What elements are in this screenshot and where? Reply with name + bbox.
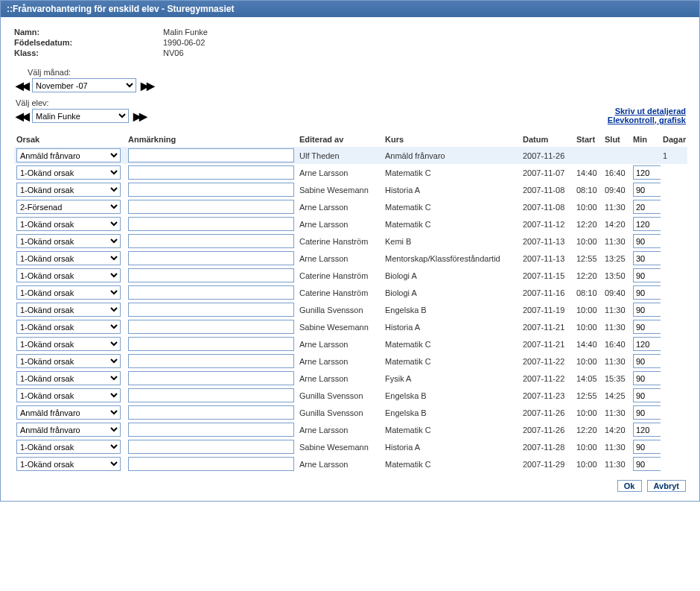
min-input[interactable] [633,268,661,282]
cause-select[interactable]: Anmäld frånvaro [16,423,121,437]
col-course: Kurs [383,132,521,147]
date-cell: 2007-11-07 [521,164,574,181]
cause-select[interactable]: 1-Okänd orsak [16,371,121,385]
date-cell: 2007-11-19 [521,301,574,318]
date-cell: 2007-11-22 [521,370,574,387]
date-cell: 2007-11-26 [521,421,574,438]
note-input[interactable] [128,423,294,437]
min-input[interactable] [633,183,661,197]
col-min: Min [631,132,661,147]
cause-select[interactable]: 1-Okänd orsak [16,354,121,368]
editor-cell: Ulf Theden [297,147,383,164]
start-cell [574,147,602,164]
min-input[interactable] [633,440,661,454]
editor-cell: Caterine Hanström [297,284,383,301]
cause-select[interactable]: Anmäld frånvaro [16,148,121,162]
date-cell: 2007-11-21 [521,318,574,335]
cause-select[interactable]: 1-Okänd orsak [16,303,121,317]
cause-select[interactable]: 1-Okänd orsak [16,217,121,231]
content: Namn: Malin Funke Födelsedatum: 1990-06-… [1,17,699,501]
note-input[interactable] [128,285,294,300]
min-input[interactable] [633,337,661,351]
note-input[interactable] [128,405,294,420]
note-input[interactable] [128,440,294,454]
min-input[interactable] [633,388,661,402]
month-next-icon[interactable]: ▶▶ [139,80,154,92]
table-row: 1-Okänd orsakArne LarssonMatematik C2007… [14,353,687,370]
ok-button[interactable]: Ok [617,480,642,492]
editor-cell: Arne Larsson [297,198,383,215]
editor-cell: Arne Larsson [297,164,383,181]
note-input[interactable] [128,303,294,317]
cancel-button[interactable]: Avbryt [647,480,686,492]
class-value: NV06 [163,48,686,57]
days-cell [661,215,687,233]
cause-select[interactable]: Anmäld frånvaro [16,405,121,420]
date-cell: 2007-11-12 [521,215,574,233]
days-cell [661,421,687,438]
course-cell: Historia A [383,181,521,198]
min-input[interactable] [633,165,661,180]
min-input[interactable] [633,457,661,471]
cause-select[interactable]: 1-Okänd orsak [16,337,121,351]
course-cell: Matematik C [383,421,521,438]
date-cell: 2007-11-08 [521,198,574,215]
min-input[interactable] [633,234,661,248]
note-input[interactable] [128,354,294,368]
cause-select[interactable]: 1-Okänd orsak [16,457,121,471]
cause-select[interactable]: 1-Okänd orsak [16,440,121,454]
min-input[interactable] [633,217,661,231]
print-detailed-link[interactable]: Skriv ut detaljerad [608,107,686,116]
days-cell [661,438,687,455]
note-input[interactable] [128,200,294,214]
table-row: Anmäld frånvaroGunilla SvenssonEngelska … [14,404,687,421]
cause-select[interactable]: 1-Okänd orsak [16,165,121,180]
min-input[interactable] [633,423,661,437]
student-next-icon[interactable]: ▶▶ [132,110,147,122]
days-cell [661,181,687,198]
min-input[interactable] [633,371,661,385]
editor-cell: Arne Larsson [297,455,383,473]
note-input[interactable] [128,234,294,248]
note-input[interactable] [128,320,294,334]
cause-select[interactable]: 2-Försenad [16,200,121,214]
student-prev-icon[interactable]: ◀◀ [14,110,29,122]
cause-select[interactable]: 1-Okänd orsak [16,388,121,402]
month-select[interactable]: November -07 [32,78,136,92]
cause-select[interactable]: 1-Okänd orsak [16,268,121,282]
student-select[interactable]: Malin Funke [32,109,129,123]
date-cell: 2007-11-15 [521,267,574,284]
note-input[interactable] [128,371,294,385]
note-input[interactable] [128,268,294,282]
course-cell: Fysik A [383,370,521,387]
min-input[interactable] [633,251,661,265]
min-input[interactable] [633,303,661,317]
graphic-control-link[interactable]: Elevkontroll, grafisk [608,116,686,124]
cause-select[interactable]: 1-Okänd orsak [16,251,121,265]
note-input[interactable] [128,251,294,265]
cause-select[interactable]: 1-Okänd orsak [16,183,121,197]
note-input[interactable] [128,165,294,180]
note-input[interactable] [128,337,294,351]
table-row: 1-Okänd orsakGunilla SvenssonEngelska B2… [14,387,687,404]
min-input[interactable] [633,405,661,420]
min-input[interactable] [633,320,661,334]
note-input[interactable] [128,217,294,231]
month-prev-icon[interactable]: ◀◀ [14,80,29,92]
note-input[interactable] [128,148,294,162]
cause-select[interactable]: 1-Okänd orsak [16,320,121,334]
days-cell [661,267,687,284]
end-cell: 11:30 [602,318,631,335]
start-cell: 12:55 [574,250,602,267]
date-cell: 2007-11-21 [521,335,574,353]
min-input[interactable] [633,200,661,214]
min-input[interactable] [633,285,661,300]
note-input[interactable] [128,457,294,471]
min-cell [631,147,661,164]
start-cell: 10:00 [574,301,602,318]
note-input[interactable] [128,183,294,197]
cause-select[interactable]: 1-Okänd orsak [16,234,121,248]
min-input[interactable] [633,354,661,368]
cause-select[interactable]: 1-Okänd orsak [16,285,121,300]
note-input[interactable] [128,388,294,402]
